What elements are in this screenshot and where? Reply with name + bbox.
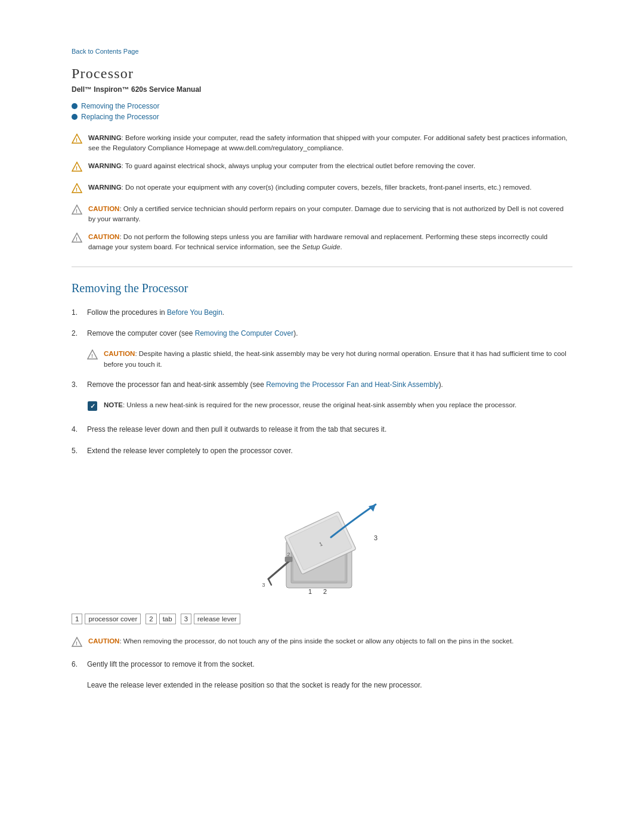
- step-number-4: 4.: [72, 424, 83, 435]
- caution-icon-1: !: [72, 205, 82, 218]
- svg-text:3: 3: [262, 582, 265, 588]
- section-divider: [72, 267, 572, 267]
- step-text-3: Remove the processor fan and heat-sink a…: [87, 379, 572, 391]
- warning-block-2: ! WARNING: To guard against electrical s…: [72, 161, 572, 175]
- legend-label-3: release lever: [194, 614, 240, 624]
- svg-text:1: 1: [308, 588, 312, 595]
- caution-icon-2: !: [72, 233, 82, 246]
- removing-computer-cover-link[interactable]: Removing the Computer Cover: [195, 329, 293, 337]
- processor-diagram-svg: 1 2 3 1 2 3: [239, 469, 405, 600]
- step-text-5: Extend the release lever completely to o…: [87, 445, 572, 457]
- caution-icon-4: !: [72, 637, 82, 651]
- svg-text:!: !: [76, 137, 78, 143]
- legend-label-2: tab: [159, 614, 176, 624]
- svg-text:!: !: [76, 236, 78, 241]
- image-legend: 1 processor cover 2 tab 3 release lever: [72, 614, 572, 624]
- svg-text:2: 2: [287, 552, 290, 558]
- caution-block-2: ! CAUTION: Do not perform the following …: [72, 232, 572, 253]
- step-4: 4. Press the release lever down and then…: [72, 424, 572, 435]
- svg-line-21: [268, 579, 271, 585]
- note-text-1: NOTE: Unless a new heat-sink is required…: [104, 400, 516, 410]
- toc-link-replacing[interactable]: Replacing the Processor: [81, 113, 159, 121]
- toc-bullet-1: [72, 103, 78, 109]
- step-text-1: Follow the procedures in Before You Begi…: [87, 307, 572, 318]
- before-you-begin-link[interactable]: Before You Begin: [167, 308, 222, 317]
- step-6-note: Leave the release lever extended in the …: [87, 680, 572, 691]
- toc-item-removing[interactable]: Removing the Processor: [72, 102, 572, 110]
- toc-list: Removing the Processor Replacing the Pro…: [72, 102, 572, 121]
- toc-item-replacing[interactable]: Replacing the Processor: [72, 113, 572, 121]
- step-5: 5. Extend the release lever completely t…: [72, 445, 572, 457]
- step-number-6: 6.: [72, 659, 83, 670]
- step-text-6: Gently lift the processor to remove it f…: [87, 659, 572, 670]
- svg-text:!: !: [91, 353, 93, 359]
- page-subtitle: Dell™ Inspiron™ 620s Service Manual: [72, 85, 572, 94]
- legend-num-3: 3: [181, 614, 191, 624]
- caution-text-2: CAUTION: Do not perform the following st…: [88, 232, 572, 253]
- back-to-contents-link[interactable]: Back to Contents Page: [72, 48, 572, 55]
- caution-icon-3: !: [87, 349, 98, 363]
- step-6: 6. Gently lift the processor to remove i…: [72, 659, 572, 670]
- step-1: 1. Follow the procedures in Before You B…: [72, 307, 572, 318]
- note-block-1: ✓ NOTE: Unless a new heat-sink is requir…: [87, 400, 572, 414]
- caution-block-1: ! CAUTION: Only a certified service tech…: [72, 204, 572, 225]
- toc-bullet-2: [72, 114, 78, 120]
- toc-link-removing[interactable]: Removing the Processor: [81, 102, 159, 110]
- svg-text:✓: ✓: [90, 402, 95, 410]
- warning-text-2: WARNING: To guard against electrical sho…: [88, 161, 475, 171]
- step-number-5: 5.: [72, 445, 83, 457]
- removing-section-title: Removing the Processor: [72, 281, 572, 295]
- caution-text-4: CAUTION: When removing the processor, do…: [88, 636, 513, 646]
- warning-block-3: ! WARNING: Do not operate your equipment…: [72, 182, 572, 197]
- step-number-2: 2.: [72, 328, 83, 339]
- warning-icon-3: !: [72, 183, 82, 197]
- svg-text:!: !: [76, 640, 78, 646]
- step-text-4: Press the release lever down and then pu…: [87, 424, 572, 435]
- legend-num-2: 2: [145, 614, 156, 624]
- svg-text:3: 3: [374, 534, 377, 541]
- note-icon-1: ✓: [87, 401, 98, 414]
- caution-block-4: ! CAUTION: When removing the processor, …: [72, 636, 572, 651]
- warning-text-1: WARNING: Before working inside your comp…: [88, 133, 572, 154]
- warning-icon-2: !: [72, 162, 82, 175]
- removing-fan-heatsink-link[interactable]: Removing the Processor Fan and Heat-Sink…: [266, 380, 438, 389]
- svg-rect-22: [285, 557, 292, 562]
- legend-label-1: processor cover: [85, 614, 141, 624]
- step-2: 2. Remove the computer cover (see Removi…: [72, 328, 572, 339]
- step-number-1: 1.: [72, 307, 83, 318]
- warning-text-3: WARNING: Do not operate your equipment w…: [88, 182, 531, 193]
- legend-num-1: 1: [72, 614, 82, 624]
- svg-text:!: !: [76, 208, 78, 214]
- svg-text:!: !: [76, 186, 78, 192]
- warning-icon-1: !: [72, 134, 82, 147]
- caution-text-1: CAUTION: Only a certified service techni…: [88, 204, 572, 225]
- page-title: Processor: [72, 66, 572, 82]
- warning-block-1: ! WARNING: Before working inside your co…: [72, 133, 572, 154]
- step-number-3: 3.: [72, 379, 83, 391]
- svg-text:2: 2: [323, 588, 327, 595]
- caution-block-3: ! CAUTION: Despite having a plastic shie…: [87, 349, 572, 370]
- caution-text-3: CAUTION: Despite having a plastic shield…: [104, 349, 572, 370]
- processor-diagram: 1 2 3 1 2 3: [72, 469, 572, 602]
- svg-text:!: !: [76, 165, 78, 171]
- step-3: 3. Remove the processor fan and heat-sin…: [72, 379, 572, 391]
- step-text-2: Remove the computer cover (see Removing …: [87, 328, 572, 339]
